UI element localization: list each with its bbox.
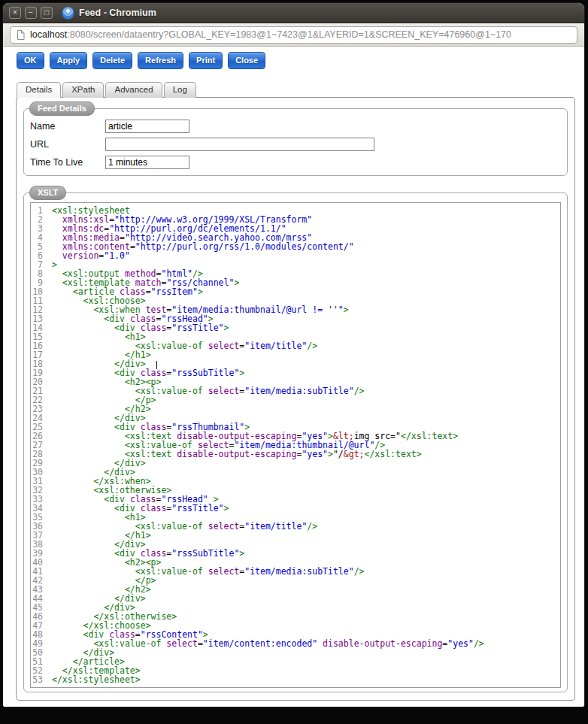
ok-button[interactable]: OK xyxy=(17,52,44,69)
code-text: </xsl:stylesheet> xyxy=(47,675,141,684)
code-text: version="1.0" xyxy=(47,251,130,260)
xslt-fieldset: XSLT 1<xsl:stylesheet2 xmlns:xsl="http:/… xyxy=(23,192,568,692)
feed-details-form: NameURLTime To Live xyxy=(30,118,561,171)
page-icon xyxy=(17,30,25,40)
tab-advanced[interactable]: Advanced xyxy=(105,82,162,98)
code-line[interactable]: 6 version="1.0" xyxy=(31,251,560,260)
refresh-button[interactable]: Refresh xyxy=(138,52,183,69)
line-number: 53 xyxy=(31,675,47,684)
feed-details-legend: Feed Details xyxy=(29,101,95,116)
name-input[interactable] xyxy=(105,120,189,133)
minimize-window-button[interactable]: − xyxy=(25,7,37,19)
xslt-legend: XSLT xyxy=(29,186,66,200)
feed-details-fieldset: Feed Details NameURLTime To Live xyxy=(23,108,568,176)
tab-xpath[interactable]: XPath xyxy=(62,82,104,98)
tab-log[interactable]: Log xyxy=(164,82,196,98)
field-label: Time To Live xyxy=(30,157,105,168)
maximize-window-button[interactable]: □ xyxy=(41,7,53,19)
url-text: localhost:8080/screen/dataentry?GLOBAL_K… xyxy=(30,29,511,40)
form-row: Time To Live xyxy=(30,154,561,171)
url-input[interactable] xyxy=(105,138,374,151)
form-row: URL xyxy=(30,136,561,153)
browser-toolbar: localhost:8080/screen/dataentry?GLOBAL_K… xyxy=(3,23,584,47)
window-controls: ×−□ xyxy=(9,7,53,19)
delete-button[interactable]: Delete xyxy=(92,52,132,69)
window-title: Feed - Chromium xyxy=(79,8,156,18)
apply-button[interactable]: Apply xyxy=(50,52,88,69)
print-button[interactable]: Print xyxy=(189,52,223,69)
address-bar[interactable]: localhost:8080/screen/dataentry?GLOBAL_K… xyxy=(10,26,577,44)
field-label: URL xyxy=(30,139,105,150)
url-host: localhost xyxy=(30,29,67,40)
code-line[interactable]: 53</xsl:stylesheet> xyxy=(31,675,560,684)
close-window-button[interactable]: × xyxy=(9,7,21,19)
url-path: :8080/screen/dataentry?GLOBAL_KEY=1983@1… xyxy=(67,29,511,40)
time-to-live-input[interactable] xyxy=(105,156,189,169)
tab-details[interactable]: Details xyxy=(17,82,61,98)
titlebar[interactable]: ×−□ Feed - Chromium xyxy=(3,3,584,23)
tab-bar: DetailsXPathAdvancedLog xyxy=(17,82,575,97)
chromium-icon xyxy=(62,7,74,20)
page-content: OKApplyDeleteRefreshPrintClose DetailsXP… xyxy=(3,47,584,707)
xslt-editor[interactable]: 1<xsl:stylesheet2 xmlns:xsl="http://www.… xyxy=(30,202,561,688)
field-label: Name xyxy=(30,121,105,132)
form-row: Name xyxy=(30,118,561,135)
close-button[interactable]: Close xyxy=(228,52,265,69)
browser-window: ×−□ Feed - Chromium localhost:8080/scree… xyxy=(3,3,584,707)
action-toolbar: OKApplyDeleteRefreshPrintClose xyxy=(17,52,575,69)
details-tab-panel: Feed Details NameURLTime To Live XSLT 1<… xyxy=(16,97,575,701)
